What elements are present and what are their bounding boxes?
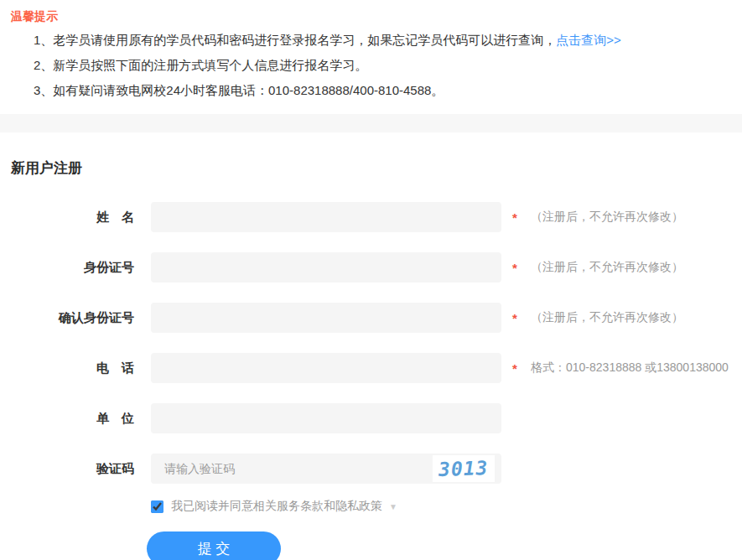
phone-input-wrap — [151, 353, 501, 383]
organization-input[interactable] — [151, 403, 501, 433]
confirm-id-number-input-wrap — [151, 303, 501, 333]
form-row-confirm-id-number: 确认身份证号 * （注册后，不允许再次修改） — [0, 303, 742, 333]
notice-item-1: 1、老学员请使用原有的学员代码和密码进行登录报名学习，如果忘记学员代码可以进行查… — [34, 28, 742, 53]
name-hint: （注册后，不允许再次修改） — [531, 210, 683, 225]
page-title: 新用户注册 — [11, 158, 742, 178]
required-asterisk: * — [512, 210, 521, 225]
id-number-input[interactable] — [151, 252, 501, 283]
name-label: 姓 名 — [0, 210, 134, 226]
id-number-hint: （注册后，不允许再次修改） — [531, 260, 683, 275]
notice-item-2: 2、新学员按照下面的注册方式填写个人信息进行报名学习。 — [34, 53, 742, 78]
confirm-id-number-input[interactable] — [151, 303, 501, 333]
notice-item-3-text: 3、如有疑问请致电网校24小时客服电话：010-82318888/400-810… — [34, 83, 444, 97]
query-link[interactable]: 点击查询>> — [556, 33, 621, 47]
form-row-phone: 电 话 * 格式：010-82318888 或13800138000 — [0, 353, 742, 383]
phone-label: 电 话 — [0, 360, 134, 376]
name-input[interactable] — [151, 202, 501, 232]
form-row-id-number: 身份证号 * （注册后，不允许再次修改） — [0, 252, 742, 283]
form-row-name: 姓 名 * （注册后，不允许再次修改） — [0, 202, 742, 232]
notice-item-2-text: 2、新学员按照下面的注册方式填写个人信息进行报名学习。 — [34, 58, 367, 72]
notice-panel: 温馨提示 1、老学员请使用原有的学员代码和密码进行登录报名学习，如果忘记学员代码… — [0, 0, 742, 103]
form-row-organization: 单 位 — [0, 403, 742, 433]
notice-title: 温馨提示 — [11, 8, 742, 23]
confirm-id-number-hint: （注册后，不允许再次修改） — [531, 310, 683, 325]
agreement-checkbox[interactable] — [151, 500, 163, 513]
agreement-text: 我已阅读并同意相关服务条款和隐私政策 — [171, 499, 382, 514]
confirm-id-number-label: 确认身份证号 — [0, 310, 134, 326]
captcha-image[interactable]: 3013 — [433, 455, 495, 482]
organization-label: 单 位 — [0, 411, 134, 427]
required-asterisk: * — [512, 261, 521, 275]
form-row-captcha: 验证码 3013 — [0, 454, 742, 484]
required-asterisk: * — [512, 361, 521, 376]
captcha-input-wrap: 3013 — [151, 454, 501, 484]
submit-button[interactable]: 提 交 — [147, 531, 281, 560]
name-input-wrap — [151, 202, 501, 232]
notice-item-1-text: 1、老学员请使用原有的学员代码和密码进行登录报名学习，如果忘记学员代码可以进行查… — [34, 33, 556, 47]
id-number-label: 身份证号 — [0, 260, 134, 276]
captcha-code-text: 3013 — [438, 457, 489, 480]
section-divider — [0, 114, 742, 132]
phone-format-hint: 格式：010-82318888 或13800138000 — [531, 360, 729, 376]
agreement-row: 我已阅读并同意相关服务条款和隐私政策 ▼ — [151, 500, 742, 513]
notice-item-3: 3、如有疑问请致电网校24小时客服电话：010-82318888/400-810… — [34, 78, 742, 103]
organization-input-wrap — [151, 403, 501, 433]
registration-form: 姓 名 * （注册后，不允许再次修改） 身份证号 * （注册后，不允许再次修改）… — [0, 202, 742, 560]
captcha-label: 验证码 — [0, 461, 134, 477]
notice-list: 1、老学员请使用原有的学员代码和密码进行登录报名学习，如果忘记学员代码可以进行查… — [11, 28, 742, 103]
phone-input[interactable] — [151, 353, 501, 383]
required-asterisk: * — [512, 311, 521, 325]
id-number-input-wrap — [151, 252, 501, 283]
caret-down-icon[interactable]: ▼ — [389, 502, 397, 511]
